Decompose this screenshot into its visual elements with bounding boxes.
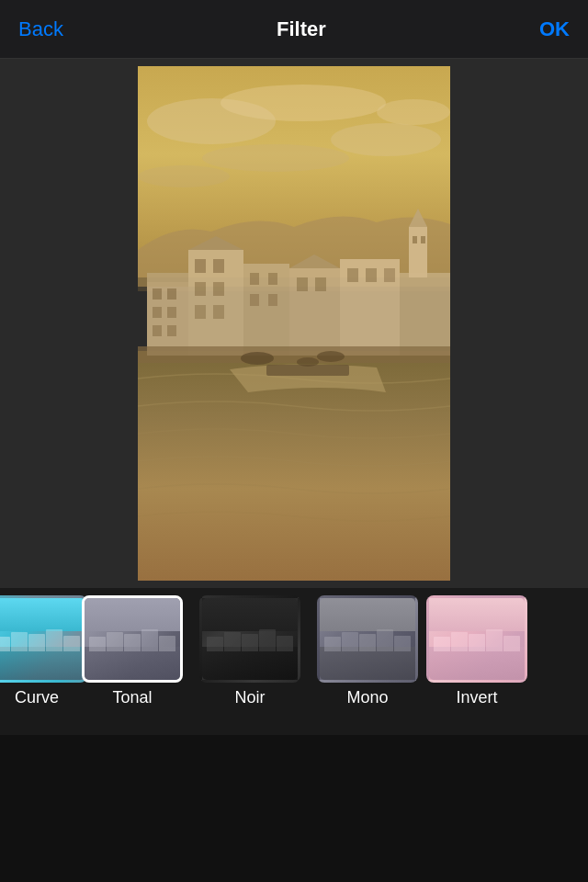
svg-rect-22	[400, 273, 450, 356]
svg-point-4	[202, 144, 349, 172]
svg-rect-13	[167, 288, 176, 300]
svg-rect-39	[366, 268, 377, 282]
image-preview-area	[0, 59, 588, 588]
bottom-area	[0, 735, 588, 882]
svg-rect-27	[213, 259, 224, 273]
svg-rect-26	[195, 259, 206, 273]
filter-thumb-mono[interactable]	[317, 595, 418, 683]
svg-rect-32	[250, 273, 259, 285]
svg-rect-11	[147, 273, 188, 287]
svg-rect-31	[213, 305, 224, 319]
svg-rect-34	[250, 294, 259, 306]
filter-item-curve[interactable]: Curve	[0, 595, 74, 707]
svg-rect-40	[384, 268, 395, 282]
svg-point-6	[377, 99, 450, 125]
svg-point-3	[331, 123, 441, 156]
svg-rect-30	[195, 305, 206, 319]
svg-point-2	[220, 85, 386, 121]
filter-strip: Curve Tonal	[0, 588, 588, 735]
svg-rect-36	[297, 277, 308, 291]
filter-item-noir[interactable]: Noir	[191, 595, 309, 707]
svg-rect-41	[138, 346, 450, 363]
svg-rect-23	[409, 227, 427, 277]
filter-item-mono[interactable]: Mono	[309, 595, 426, 707]
svg-point-42	[241, 352, 274, 365]
svg-rect-25	[421, 236, 425, 243]
filter-item-tonal[interactable]: Tonal	[74, 595, 191, 707]
filter-label-invert: Invert	[456, 688, 497, 707]
svg-rect-12	[153, 288, 162, 300]
svg-rect-35	[268, 294, 277, 306]
svg-rect-24	[413, 236, 417, 243]
svg-point-43	[297, 357, 319, 367]
svg-rect-29	[213, 282, 224, 296]
back-button[interactable]: Back	[18, 17, 63, 41]
svg-rect-16	[153, 325, 162, 336]
ok-button[interactable]: OK	[539, 17, 570, 41]
svg-rect-28	[195, 282, 206, 296]
filter-label-curve: Curve	[15, 688, 59, 707]
page-title: Filter	[277, 17, 326, 41]
navigation-bar: Back Filter OK	[0, 0, 588, 59]
svg-rect-37	[315, 277, 326, 291]
filter-label-noir: Noir	[234, 688, 265, 707]
filter-item-invert[interactable]: Invert	[426, 595, 527, 707]
svg-point-44	[317, 351, 345, 362]
svg-rect-15	[167, 307, 176, 318]
svg-point-5	[138, 165, 230, 187]
filter-label-mono: Mono	[346, 688, 388, 707]
filter-label-tonal: Tonal	[112, 688, 152, 707]
filter-thumb-curve[interactable]	[0, 595, 87, 683]
filtered-image	[138, 66, 450, 581]
svg-rect-17	[167, 325, 176, 336]
filter-thumb-invert[interactable]	[426, 595, 527, 683]
svg-rect-38	[347, 268, 358, 282]
filter-thumb-tonal[interactable]	[82, 595, 183, 683]
filter-thumb-noir[interactable]	[199, 595, 300, 683]
sepia-scene-svg	[138, 66, 450, 581]
svg-rect-14	[153, 307, 162, 318]
svg-rect-33	[268, 273, 277, 285]
